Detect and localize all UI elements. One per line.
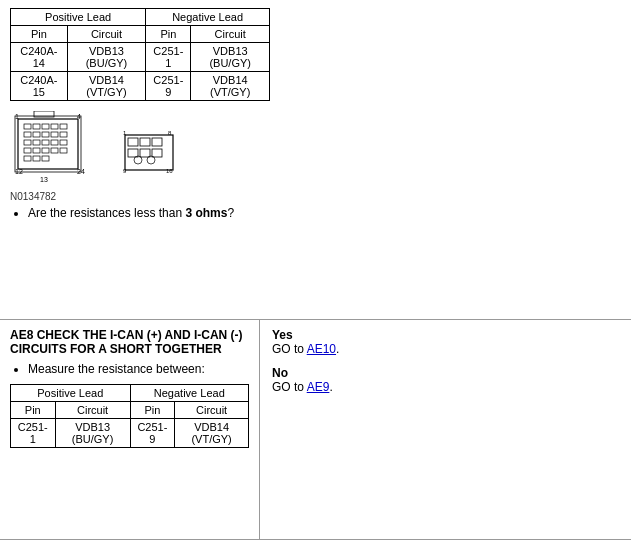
diagram-area: 1 4 12 24 13 N0134782 [10, 111, 270, 202]
answer-no-block: No GO to AE9. [272, 366, 619, 394]
svg-rect-3 [33, 124, 40, 129]
measure-item: Measure the resistance between: [28, 362, 249, 376]
svg-rect-35 [128, 149, 138, 157]
svg-point-43 [147, 156, 155, 164]
table-row: C240A-15 VDB14 (VT/GY) C251-9 VDB14 (VT/… [11, 72, 270, 101]
top-section: Positive Lead Negative Lead Pin Circuit … [0, 0, 631, 320]
top-left: Positive Lead Negative Lead Pin Circuit … [10, 8, 270, 311]
svg-rect-11 [60, 132, 67, 137]
bottom-left: AE8 CHECK THE I-CAN (+) AND I-CAN (-) CI… [0, 320, 260, 539]
svg-text:16: 16 [166, 168, 173, 174]
top-circuit-header-1: Circuit [67, 26, 146, 43]
top-row1-neg-circuit: VDB13 (BU/GY) [191, 43, 270, 72]
top-row2-pos-pin: C240A-15 [11, 72, 68, 101]
bot-circuit-header-2: Circuit [175, 402, 249, 419]
svg-rect-37 [152, 149, 162, 157]
top-negative-lead-header: Negative Lead [146, 9, 270, 26]
bot-positive-lead-header: Positive Lead [11, 385, 131, 402]
bot-pin-header-1: Pin [11, 402, 56, 419]
connector-small-icon: 1 8 9 16 [120, 130, 180, 180]
top-row2-neg-circuit: VDB14 (VT/GY) [191, 72, 270, 101]
bot-row1-neg-circuit: VDB14 (VT/GY) [175, 419, 249, 448]
top-pin-header-1: Pin [11, 26, 68, 43]
svg-rect-33 [140, 138, 150, 146]
bottom-right: Yes GO to AE10. No GO to AE9. [260, 320, 631, 539]
svg-text:4: 4 [77, 113, 81, 120]
top-row1-neg-pin: C251-1 [146, 43, 191, 72]
svg-rect-36 [140, 149, 150, 157]
svg-rect-8 [33, 132, 40, 137]
svg-rect-2 [24, 124, 31, 129]
bot-row1-pos-pin: C251-1 [11, 419, 56, 448]
top-row1-pos-circuit: VDB13 (BU/GY) [67, 43, 146, 72]
answer-yes-text: GO to [272, 342, 307, 356]
bottom-table: Positive Lead Negative Lead Pin Circuit … [10, 384, 249, 448]
measure-list: Measure the resistance between: [10, 362, 249, 376]
ae10-link[interactable]: AE10 [307, 342, 336, 356]
svg-rect-22 [24, 156, 31, 161]
svg-rect-32 [128, 138, 138, 146]
question-text: Are the resistances less than 3 ohms? [28, 206, 234, 220]
table-row: C240A-14 VDB13 (BU/GY) C251-1 VDB13 (BU/… [11, 43, 270, 72]
answer-yes-label: Yes [272, 328, 293, 342]
answer-yes-block: Yes GO to AE10. [272, 328, 619, 356]
top-circuit-header-2: Circuit [191, 26, 270, 43]
table-row: C251-1 VDB13 (BU/GY) C251-9 VDB14 (VT/GY… [11, 419, 249, 448]
svg-text:13: 13 [40, 176, 48, 183]
top-row2-neg-pin: C251-9 [146, 72, 191, 101]
question-item: Are the resistances less than 3 ohms? [28, 206, 270, 220]
connector-small: 1 8 9 16 [120, 130, 180, 183]
svg-text:9: 9 [123, 168, 127, 174]
svg-rect-34 [152, 138, 162, 146]
svg-text:12: 12 [15, 168, 23, 175]
svg-rect-31 [125, 135, 173, 170]
svg-text:24: 24 [77, 168, 85, 175]
svg-rect-1 [15, 116, 81, 172]
svg-rect-7 [24, 132, 31, 137]
bottom-section: AE8 CHECK THE I-CAN (+) AND I-CAN (-) CI… [0, 320, 631, 540]
main-container: Positive Lead Negative Lead Pin Circuit … [0, 0, 631, 540]
svg-rect-9 [42, 132, 49, 137]
top-positive-lead-header: Positive Lead [11, 9, 146, 26]
svg-rect-17 [24, 148, 31, 153]
svg-rect-12 [24, 140, 31, 145]
answer-no-label: No [272, 366, 288, 380]
svg-rect-21 [60, 148, 67, 153]
svg-rect-16 [60, 140, 67, 145]
svg-rect-20 [51, 148, 58, 153]
svg-rect-4 [42, 124, 49, 129]
answer-no-text: GO to [272, 380, 307, 394]
top-right [270, 8, 621, 311]
bot-pin-header-2: Pin [130, 402, 175, 419]
svg-rect-15 [51, 140, 58, 145]
svg-rect-0 [18, 119, 78, 169]
bot-negative-lead-header: Negative Lead [130, 385, 248, 402]
top-table: Positive Lead Negative Lead Pin Circuit … [10, 8, 270, 101]
svg-rect-6 [60, 124, 67, 129]
svg-rect-14 [42, 140, 49, 145]
svg-rect-10 [51, 132, 58, 137]
svg-rect-18 [33, 148, 40, 153]
top-pin-header-2: Pin [146, 26, 191, 43]
svg-rect-5 [51, 124, 58, 129]
bot-circuit-header-1: Circuit [55, 402, 130, 419]
fig-label: N0134782 [10, 191, 100, 202]
svg-rect-13 [33, 140, 40, 145]
svg-rect-23 [33, 156, 40, 161]
svg-text:1: 1 [15, 113, 19, 120]
bot-row1-neg-pin: C251-9 [130, 419, 175, 448]
svg-rect-24 [42, 156, 49, 161]
connector-large: 1 4 12 24 13 N0134782 [10, 111, 100, 202]
connector-large-icon: 1 4 12 24 13 [10, 111, 100, 186]
ae9-link[interactable]: AE9 [307, 380, 330, 394]
section-heading: AE8 CHECK THE I-CAN (+) AND I-CAN (-) CI… [10, 328, 249, 356]
svg-rect-19 [42, 148, 49, 153]
question-list: Are the resistances less than 3 ohms? [10, 206, 270, 220]
top-row2-pos-circuit: VDB14 (VT/GY) [67, 72, 146, 101]
top-row1-pos-pin: C240A-14 [11, 43, 68, 72]
bot-row1-pos-circuit: VDB13 (BU/GY) [55, 419, 130, 448]
